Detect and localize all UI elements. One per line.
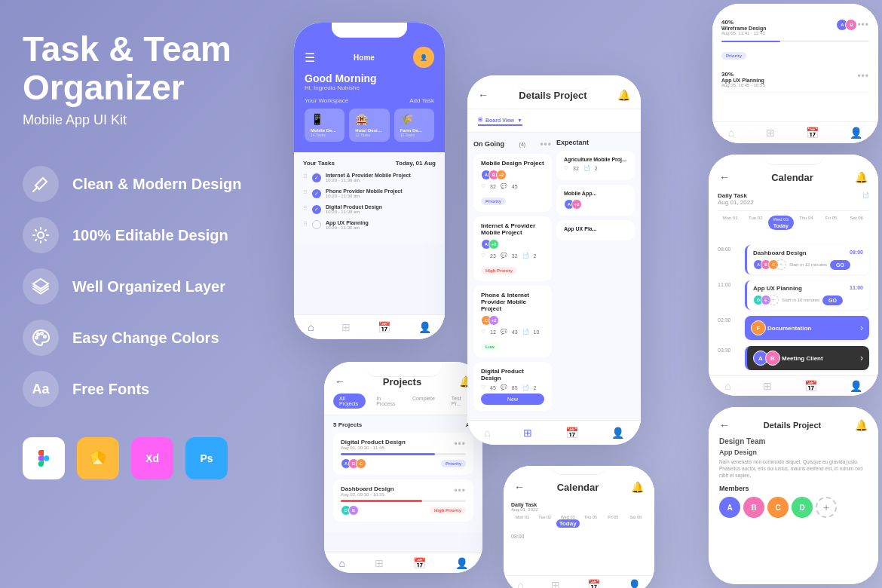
nav-home[interactable]: ⌂ bbox=[338, 557, 345, 569]
nav-grid[interactable]: ⊞ bbox=[523, 427, 532, 439]
bottom-nav[interactable]: ⌂ ⊞ 📅 👤 bbox=[712, 121, 878, 143]
priority-badge: High Priority bbox=[430, 507, 466, 514]
tab-in-process[interactable]: In Process bbox=[370, 394, 402, 409]
bottom-nav[interactable]: ⌂ ⊞ 📅 👤 bbox=[467, 420, 641, 445]
main-phone-header: ☰ Home 👤 Good Morning Hi, Ingredia Nutri… bbox=[294, 23, 445, 152]
nav-user[interactable]: 👤 bbox=[850, 380, 862, 392]
tr-body: 40% Wireframe Design Aug 05, 11:41 - 12:… bbox=[712, 4, 878, 100]
cal-sm-body: Daily Task Aug 01, 2022 Mon 01 Tue 02 We… bbox=[504, 496, 654, 545]
go-button[interactable]: GO bbox=[822, 296, 843, 305]
file-icon: 📄 bbox=[522, 253, 529, 259]
back-icon: ← bbox=[478, 89, 488, 101]
nav-home[interactable]: ⌂ bbox=[484, 427, 490, 439]
progress-fill bbox=[341, 500, 422, 502]
greeting-text: Good Morning bbox=[305, 72, 434, 84]
nav-grid[interactable]: ⊞ bbox=[551, 579, 560, 588]
feature-text-3: Well Organized Layer bbox=[72, 278, 225, 296]
card-meta: ♡ 32 📄 2 bbox=[564, 165, 627, 171]
add-member-button[interactable]: + bbox=[816, 497, 837, 518]
project-name: Digital Product Design bbox=[341, 439, 406, 446]
nav-user[interactable]: 👤 bbox=[611, 427, 624, 439]
event-1100: 11:00 App UX Planning 11:00 D E bbox=[718, 280, 869, 310]
card-meta: ♡ 23 💬 32 📄 2 bbox=[481, 253, 544, 259]
nav-home[interactable]: ⌂ bbox=[517, 579, 523, 588]
project-item-1: Digital Product Design Aug 01, 10:30 - 1… bbox=[333, 433, 473, 475]
avatar: F bbox=[751, 320, 766, 335]
nav-user[interactable]: 👤 bbox=[455, 557, 468, 569]
nav-grid[interactable]: ⊞ bbox=[766, 127, 775, 139]
daily-task: Daily Task bbox=[511, 502, 647, 507]
nav-user[interactable]: 👤 bbox=[850, 127, 862, 139]
svg-line-0 bbox=[33, 187, 38, 191]
ps-icon: Ps bbox=[185, 437, 228, 479]
task-check-empty bbox=[312, 220, 321, 229]
card-avatars: A B +2 bbox=[481, 170, 544, 180]
nav-grid-icon[interactable]: ⊞ bbox=[341, 321, 351, 333]
arrow-icon: › bbox=[860, 353, 863, 363]
dr-header: ← Details Project 🔔 Design Team App Desi… bbox=[709, 407, 878, 524]
event-avatars: D E + bbox=[753, 295, 779, 305]
card-title: Phone & Internet Provider Mobile Project bbox=[481, 292, 544, 312]
comment-icon: 💬 bbox=[501, 329, 507, 335]
expect-title: App UX Pla... bbox=[564, 226, 627, 231]
expectant-label: Expectant bbox=[556, 139, 635, 146]
new-button[interactable]: New bbox=[481, 394, 544, 405]
board-view-tab[interactable]: ⊞ Board View ▼ bbox=[478, 115, 522, 126]
go-button[interactable]: GO bbox=[830, 260, 850, 270]
day-thu: Thu 04 bbox=[794, 216, 819, 230]
nav-cal[interactable]: 📅 bbox=[413, 557, 426, 569]
nav-user[interactable]: 👤 bbox=[628, 579, 641, 588]
nav-cal[interactable]: 📅 bbox=[806, 127, 819, 139]
comment-icon: 💬 bbox=[501, 253, 507, 259]
nav-grid[interactable]: ⊞ bbox=[375, 557, 384, 569]
projects-tabs[interactable]: All Projects In Process Complete Test Pr… bbox=[324, 394, 482, 415]
cal-title: Calendar bbox=[771, 172, 813, 183]
task-item-1: ⠿ Internet & Provider Mobile Project 10:… bbox=[303, 173, 436, 182]
nav-home-icon[interactable]: ⌂ bbox=[308, 321, 314, 333]
day-mon: Mon 01 bbox=[511, 515, 534, 528]
project-item-header: Dashboard Design Aug 02, 09:30 - 10:33 •… bbox=[341, 485, 466, 497]
svg-point-4 bbox=[44, 335, 46, 338]
nav-cal[interactable]: 📅 bbox=[587, 579, 600, 588]
nav-cal[interactable]: 📅 bbox=[565, 427, 578, 439]
nav-home[interactable]: ⌂ bbox=[724, 380, 730, 392]
day-fri: Fri 05 bbox=[819, 216, 844, 230]
day-sat: Sat 06 bbox=[624, 515, 647, 528]
user-avatar: 👤 bbox=[413, 47, 434, 68]
bottom-nav[interactable]: ⌂ ⊞ 📅 👤 bbox=[504, 575, 654, 588]
tab-complete[interactable]: Complete bbox=[406, 394, 441, 409]
bottom-nav[interactable]: ⌂ ⊞ 📅 👤 bbox=[324, 553, 482, 573]
tab-all-projects[interactable]: All Projects bbox=[333, 394, 366, 409]
nav-calendar-icon[interactable]: 📅 bbox=[378, 321, 390, 333]
bottom-nav[interactable]: ⌂ ⊞ 📅 👤 bbox=[709, 375, 878, 396]
task-info: Digital Product Design 10:20 - 11:30 am bbox=[326, 204, 436, 214]
task-percent: 40% bbox=[721, 19, 766, 26]
greeting-sub: Hi, Ingredia Nutrishe bbox=[305, 84, 434, 91]
priority-badge: Priority bbox=[481, 198, 506, 205]
member-avatar-1: A bbox=[719, 497, 740, 518]
expect-title: Mobile App... bbox=[564, 191, 627, 196]
svg-point-5 bbox=[37, 333, 39, 335]
task-info: App UX Planning 10:20 - 11:30 am bbox=[326, 220, 436, 230]
nav-grid[interactable]: ⊞ bbox=[763, 380, 772, 392]
nav-home[interactable]: ⌂ bbox=[728, 127, 734, 139]
member-avatar-3: C bbox=[767, 497, 789, 518]
task-info: 40% Wireframe Design Aug 05, 11:41 - 12:… bbox=[721, 19, 766, 35]
members-avatars: A B C D + bbox=[719, 497, 868, 518]
comment-icon: 💬 bbox=[501, 183, 507, 189]
cal-right-screen: ← Calendar 🔔 Daily Task 📄 Aug 01, 2022 M… bbox=[709, 155, 878, 396]
heart-icon: ♡ bbox=[564, 165, 568, 171]
nav-user-icon[interactable]: 👤 bbox=[418, 321, 431, 333]
cal-sm-title: Calendar bbox=[557, 482, 599, 493]
bottom-nav[interactable]: ⌂ ⊞ 📅 👤 bbox=[294, 314, 445, 339]
nav-cal[interactable]: 📅 bbox=[804, 380, 817, 392]
top-right-phone: 40% Wireframe Design Aug 05, 11:41 - 12:… bbox=[712, 4, 878, 143]
day-wed: Wed 03 Today bbox=[768, 216, 794, 230]
expectant-card-2: Mobile App... A +2 bbox=[556, 185, 635, 216]
progress-fill bbox=[721, 41, 780, 42]
progress-bar bbox=[341, 453, 466, 455]
phone-notch bbox=[332, 23, 407, 38]
project-item-2: Dashboard Design Aug 02, 09:30 - 10:33 •… bbox=[333, 479, 473, 522]
event-time: 11:00 bbox=[850, 285, 863, 290]
expect-title: Agriculture Mobile Proj... bbox=[564, 157, 627, 162]
